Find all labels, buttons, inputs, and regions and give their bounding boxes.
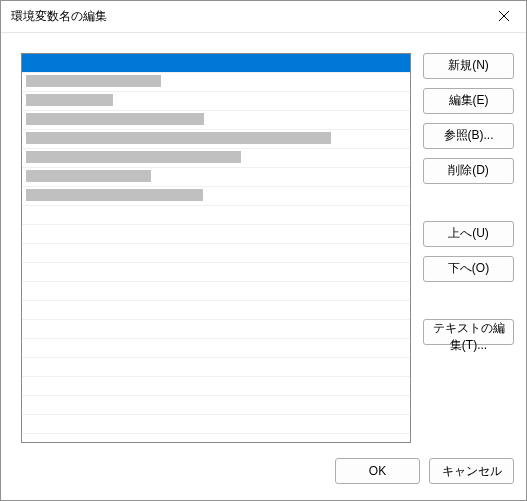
list-item[interactable] <box>22 111 410 130</box>
list-item[interactable] <box>22 263 410 282</box>
close-button[interactable] <box>482 1 526 31</box>
redacted-path <box>26 57 404 70</box>
delete-button[interactable]: 削除(D) <box>423 158 514 184</box>
redacted-path <box>26 170 151 182</box>
side-buttons: 新規(N) 編集(E) 参照(B)... 削除(D) 上へ(U) 下へ(O) テ… <box>423 53 514 443</box>
list-item[interactable] <box>22 320 410 339</box>
dialog-footer: OK キャンセル <box>1 455 526 500</box>
list-item[interactable] <box>22 149 410 168</box>
list-item[interactable] <box>22 92 410 111</box>
list-item[interactable] <box>22 358 410 377</box>
redacted-path <box>26 75 161 87</box>
path-listbox[interactable] <box>21 53 411 443</box>
titlebar: 環境変数名の編集 <box>1 1 526 33</box>
dialog-body: 新規(N) 編集(E) 参照(B)... 削除(D) 上へ(U) 下へ(O) テ… <box>1 33 526 455</box>
edittext-button[interactable]: テキストの編集(T)... <box>423 319 514 345</box>
list-item[interactable] <box>22 339 410 358</box>
list-item[interactable] <box>22 415 410 434</box>
redacted-path <box>26 132 331 144</box>
list-item[interactable] <box>22 282 410 301</box>
redacted-path <box>26 189 203 201</box>
list-item[interactable] <box>22 54 410 73</box>
list-item[interactable] <box>22 130 410 149</box>
list-item[interactable] <box>22 377 410 396</box>
movedown-button[interactable]: 下へ(O) <box>423 256 514 282</box>
browse-button[interactable]: 参照(B)... <box>423 123 514 149</box>
close-icon <box>499 11 509 21</box>
ok-button[interactable]: OK <box>335 458 420 484</box>
list-item[interactable] <box>22 301 410 320</box>
moveup-button[interactable]: 上へ(U) <box>423 221 514 247</box>
new-button[interactable]: 新規(N) <box>423 53 514 79</box>
list-item[interactable] <box>22 187 410 206</box>
list-item[interactable] <box>22 244 410 263</box>
list-item[interactable] <box>22 206 410 225</box>
list-item[interactable] <box>22 168 410 187</box>
redacted-path <box>26 151 241 163</box>
list-item[interactable] <box>22 225 410 244</box>
redacted-path <box>26 94 113 106</box>
edit-button[interactable]: 編集(E) <box>423 88 514 114</box>
list-item[interactable] <box>22 73 410 92</box>
cancel-button[interactable]: キャンセル <box>429 458 514 484</box>
env-var-edit-dialog: 環境変数名の編集 新規(N) 編集(E) 参照(B)... 削除(D) 上へ(U… <box>0 0 527 501</box>
spacer <box>423 291 514 310</box>
list-item[interactable] <box>22 396 410 415</box>
redacted-path <box>26 113 204 125</box>
dialog-title: 環境変数名の編集 <box>11 8 107 25</box>
spacer <box>423 193 514 212</box>
